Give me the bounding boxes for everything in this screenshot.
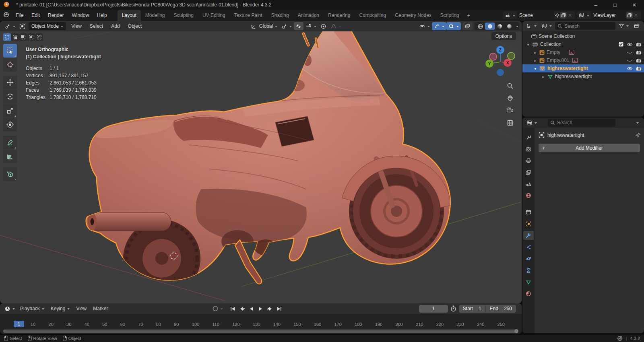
proportional-editing-toggle[interactable] (318, 22, 328, 30)
tab-output[interactable] (523, 156, 534, 165)
new-collection-button[interactable] (632, 22, 642, 30)
play-reverse-button[interactable] (247, 305, 256, 312)
properties-search[interactable]: Search (548, 119, 615, 127)
tab-collection[interactable] (523, 208, 534, 216)
checkbox-icon[interactable] (619, 42, 623, 47)
select-mode-extend[interactable] (11, 33, 19, 41)
snap-settings[interactable] (303, 22, 318, 30)
outliner-row-highreswatertight-object[interactable]: ▾ highreswatertight (522, 64, 644, 72)
timeline-scrollbar-handle[interactable] (514, 329, 518, 333)
prev-keyframe-button[interactable] (238, 305, 246, 312)
jump-to-end-button[interactable] (275, 305, 283, 312)
tool-select-box[interactable] (3, 44, 17, 58)
timeline-menu-keying[interactable]: Keying (47, 306, 73, 311)
navigation-gizmo[interactable]: Z Y X (484, 44, 516, 77)
tab-texture-paint[interactable]: Texture Paint (230, 10, 267, 21)
tab-uv-editing[interactable]: UV Editing (198, 10, 230, 21)
tool-measure[interactable] (3, 150, 17, 163)
tab-rendering[interactable]: Rendering (324, 10, 355, 21)
tab-render[interactable] (523, 144, 534, 153)
tab-geometry-nodes[interactable]: Geometry Nodes (390, 10, 436, 21)
pin-icon[interactable] (554, 12, 560, 19)
tab-sculpting[interactable]: Sculpting (169, 10, 198, 21)
tool-add-cube[interactable] (3, 167, 17, 181)
eye-icon[interactable] (627, 66, 633, 71)
viewport-menu-view[interactable]: View (67, 21, 86, 31)
start-frame-field[interactable]: Start 1 (459, 305, 485, 313)
xray-toggle[interactable] (462, 22, 473, 30)
current-frame-field[interactable]: 1 (419, 305, 448, 313)
shading-solid-button[interactable] (485, 23, 495, 30)
eye-closed-icon[interactable] (627, 50, 633, 55)
snap-toggle[interactable] (294, 22, 303, 30)
scene-name-field[interactable]: Scene (517, 11, 554, 19)
outliner-filter-button[interactable] (617, 22, 631, 30)
outliner-row-scene-collection[interactable]: Scene Collection (522, 32, 644, 40)
expander-icon[interactable]: ▸ (533, 58, 538, 63)
auto-key-record-icon[interactable] (212, 305, 219, 312)
shading-rendered-button[interactable] (504, 23, 514, 30)
tool-cursor[interactable] (3, 58, 17, 72)
outliner-row-highreswatertight-mesh[interactable]: ▸ highreswatertight (522, 72, 644, 80)
tool-transform[interactable] (3, 118, 17, 132)
mode-selector[interactable]: Object Mode (29, 22, 66, 30)
tab-physics[interactable] (523, 254, 534, 263)
tab-particles[interactable] (523, 243, 534, 251)
outliner-row-collection[interactable]: ▾ Collection (522, 40, 644, 48)
gizmos-toggle[interactable] (432, 22, 446, 30)
orientation-selector[interactable]: Global (249, 22, 279, 30)
timeline-ruler[interactable]: 1 10203040506070809010011012013014015016… (0, 314, 522, 328)
expander-icon[interactable]: ▸ (533, 50, 538, 55)
chevron-down-icon[interactable] (636, 122, 639, 125)
camera-view-button[interactable] (505, 105, 515, 115)
tab-animation[interactable]: Animation (293, 10, 324, 21)
pin-icon[interactable] (635, 132, 641, 138)
add-modifier-button[interactable]: + Add Modifier (539, 144, 640, 152)
overlays-toggle[interactable] (446, 22, 461, 30)
tab-modeling[interactable]: Modeling (141, 10, 169, 21)
tab-layout[interactable]: Layout (118, 10, 141, 21)
zoom-button[interactable] (505, 80, 515, 91)
outliner-display-mode-button[interactable] (540, 22, 554, 30)
minimize-button[interactable]: – (586, 0, 605, 10)
tool-annotate[interactable] (3, 136, 17, 149)
next-keyframe-button[interactable] (266, 305, 274, 312)
outliner-row-empty[interactable]: ▸ Empty (522, 48, 644, 56)
breadcrumb-object-name[interactable]: highreswatertight (547, 132, 584, 138)
proportional-falloff-selector[interactable] (328, 22, 343, 30)
select-mode-intersect[interactable] (35, 33, 43, 41)
add-workspace-button[interactable]: + (464, 10, 474, 21)
camera-icon[interactable] (636, 66, 642, 71)
unlink-scene-icon[interactable]: ✕ (567, 12, 573, 19)
remove-viewlayer-icon[interactable]: ✕ (633, 12, 639, 19)
camera-icon[interactable] (636, 42, 642, 47)
editor-type-button[interactable] (2, 22, 17, 30)
new-scene-icon[interactable] (560, 12, 567, 19)
stopwatch-icon[interactable] (450, 305, 456, 312)
tab-scripting[interactable]: Scripting (436, 10, 464, 21)
toggle-ortho-button[interactable] (505, 117, 515, 128)
expander-icon[interactable]: ▾ (526, 42, 530, 47)
visibility-dropdown[interactable] (417, 22, 432, 30)
viewlayer-name-field[interactable]: ViewLayer (591, 11, 626, 19)
timeline-editor-type-button[interactable] (2, 305, 17, 313)
maximize-button[interactable]: □ (605, 0, 625, 10)
tab-scene[interactable] (523, 179, 534, 188)
select-mode-invert[interactable] (27, 33, 35, 41)
timeline-menu-marker[interactable]: Marker (90, 306, 111, 311)
timeline-menu-playback[interactable]: Playback (17, 306, 47, 311)
expander-icon[interactable]: ▸ (541, 74, 546, 79)
shading-material-button[interactable] (495, 23, 504, 30)
tab-tool[interactable] (523, 133, 534, 142)
expander-icon[interactable]: ▾ (533, 66, 538, 71)
tab-compositing[interactable]: Compositing (355, 10, 390, 21)
blender-menu-icon[interactable] (3, 12, 9, 19)
select-mode-set[interactable] (3, 33, 11, 41)
outliner-row-empty-001[interactable]: ▸ Empty.001 (522, 56, 644, 64)
menu-render[interactable]: Render (44, 10, 68, 21)
viewport-menu-add[interactable]: Add (107, 21, 124, 31)
eye-icon[interactable] (627, 42, 633, 47)
tab-constraints[interactable] (523, 266, 534, 275)
tab-modifiers[interactable] (523, 231, 534, 240)
tab-object[interactable] (523, 219, 534, 228)
